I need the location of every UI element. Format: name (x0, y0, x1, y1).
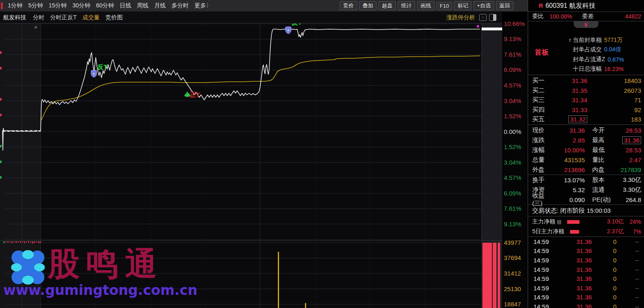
chart-background (0, 23, 502, 308)
svg-text:✦: ✦ (92, 72, 96, 76)
auction-volume-bar (36, 241, 37, 242)
tick-price: 31.36 (557, 285, 592, 292)
chevron-up-icon: ≪ (583, 23, 589, 28)
limit-analysis-link[interactable]: 涨跌停分析 (446, 14, 475, 21)
quote-label: 总量 (528, 156, 551, 164)
fundamental-value: 264.8 (611, 196, 644, 203)
bid-price-value: 31.34 (572, 97, 587, 103)
tick-time: 14:59 (528, 247, 557, 254)
tick-volume: 0 (592, 285, 616, 292)
quote-value: 28.53 (611, 147, 644, 154)
popout-up-icon[interactable]: ↑ (479, 14, 487, 21)
fundamental-label: PE(动) (592, 196, 611, 204)
stock-name-label: 航发科技 (3, 14, 26, 21)
tool-button[interactable]: 标记 (454, 1, 471, 10)
tick-extra: -- (616, 266, 644, 273)
timeframe-item[interactable]: 30分钟 (72, 2, 90, 9)
auction-volume-bar (40, 241, 41, 243)
bid-level-label: 买四 (528, 106, 552, 114)
tick-volume: 0 (592, 247, 616, 254)
bid-level-label: 买一 (528, 77, 552, 85)
tick-list[interactable]: 14:5931.360--14:5931.360--14:5931.360--1… (528, 237, 644, 308)
timeframe-item[interactable]: 多分时 (171, 2, 189, 9)
tool-button[interactable]: +自选 (473, 1, 494, 10)
auction-volume-bar (24, 241, 25, 243)
capital-flow-row: 5日主力净额2.37亿7% (528, 227, 644, 237)
tool-button[interactable]: 统计 (398, 1, 415, 10)
bid-volume: 18403 (587, 77, 644, 84)
view-tab[interactable]: 成交量 (83, 14, 100, 21)
bid-row[interactable]: 买三31.3471 (528, 95, 644, 105)
tool-button[interactable]: 叠加 (359, 1, 376, 10)
percent-axis-label: 6.09% (504, 66, 522, 73)
bid-price-value: 31.33 (572, 106, 587, 113)
tool-button[interactable]: 返回 (496, 1, 513, 10)
tick-extra: -- (616, 257, 644, 264)
flow-bar (567, 220, 579, 224)
close-indicator-icon[interactable]: × (32, 24, 39, 31)
trading-app-window: 1分钟5分钟15分钟30分钟60分钟日线周线月线多分时更多〉 竞价叠加超盘统计画… (0, 0, 644, 308)
view-tab[interactable]: 分时正反T (50, 14, 77, 21)
quote-value: 28.53 (611, 127, 644, 134)
detail-list-icon[interactable]: ▤ (557, 219, 561, 225)
limit-board-value: 16.23% (604, 66, 623, 72)
chart-tabs-bar: 航发科技 分时分时正反T成交量竞价图 涨跌停分析 ↑ (0, 12, 502, 23)
timeframe-item[interactable]: 15分钟 (49, 2, 67, 9)
quote-value: 2.47 (611, 156, 644, 163)
auction-volume-bar (16, 241, 17, 243)
tick-price: 31.36 (557, 275, 592, 282)
tool-button[interactable]: 超盘 (379, 1, 396, 10)
auction-volume-bar (3, 241, 5, 243)
stock-title-bar: R 600391 航发科技 (528, 0, 644, 12)
percent-axis-label: 3.04% (504, 97, 522, 104)
bid-price-value: 31.35 (572, 87, 587, 94)
collapse-chevron-button[interactable]: ≪ (574, 21, 598, 28)
limit-board-row: 封单占成交0.04倍 (569, 45, 624, 55)
tick-price: 31.36 (557, 303, 592, 308)
view-tab[interactable]: 竞价图 (106, 14, 123, 21)
intraday-chart-canvas[interactable]: ✦反T正T✦反T (0, 23, 502, 308)
timeframe-item[interactable]: 月线 (154, 2, 166, 9)
timeframe-item[interactable]: 5分钟 (28, 2, 43, 9)
timeframe-item[interactable]: 周线 (137, 2, 148, 9)
timeframe-item[interactable]: 日线 (120, 2, 131, 9)
split-panel-icon[interactable] (489, 14, 496, 21)
tick-row: 14:5931.360-- (528, 255, 644, 265)
tick-extra: -- (616, 275, 644, 282)
percent-axis-label: 4.57% (504, 174, 522, 181)
bid-price: 31.34 (552, 97, 587, 103)
limit-board-label: 当前封单额 (573, 37, 602, 44)
bid-row[interactable]: 买一31.3618403 (528, 76, 644, 86)
timeframe-item[interactable]: 60分钟 (96, 2, 114, 9)
percent-axis-label: 7.61% (504, 205, 522, 212)
tick-volume: 0 (592, 238, 616, 245)
view-tab[interactable]: 分时 (33, 14, 44, 21)
quote-value-inner: 2.47 (629, 156, 641, 163)
bid-row[interactable]: 买四31.3392 (528, 105, 644, 115)
tool-button[interactable]: 竞价 (340, 1, 357, 10)
percent-axis-label: 0.00% (504, 128, 522, 135)
tool-button[interactable]: F10 (436, 2, 452, 10)
bid-row[interactable]: 买五31.32183 (528, 115, 644, 124)
timeframe-item[interactable]: 更多〉 (194, 2, 212, 9)
bid-price-value: 31.36 (572, 77, 587, 84)
fundamental-value: 0.090 (551, 196, 585, 203)
tick-row: 14:5931.360-- (528, 283, 644, 293)
weibi-value: 100.00% (549, 13, 572, 20)
bid-volume: 92 (587, 106, 644, 113)
tick-volume: 0 (592, 294, 616, 301)
quote-value-inner: 31.36 (622, 136, 641, 144)
percent-axis-label: 1.52% (504, 143, 522, 150)
timeframe-item[interactable]: 1分钟 (8, 2, 23, 9)
volume-axis-label: 18847 (504, 301, 521, 308)
limit-board-section: ≪ 首板 !当前封单额5771万封单占成交0.04倍封单占流通Z0.87%十日总… (528, 21, 644, 75)
tool-button[interactable]: 画线 (417, 1, 434, 10)
fundamental-row: 收益(三)0.090PE(动)264.8 (528, 195, 644, 205)
close-auction-volume-bar (493, 243, 496, 308)
tick-time: 14:59 (528, 266, 557, 273)
volume-bar (278, 252, 279, 308)
auction-zone-background (0, 23, 41, 308)
bid-row[interactable]: 买二31.3526073 (528, 86, 644, 96)
bid-volume: 71 (587, 97, 644, 103)
percent-axis-label: 7.61% (504, 51, 522, 58)
